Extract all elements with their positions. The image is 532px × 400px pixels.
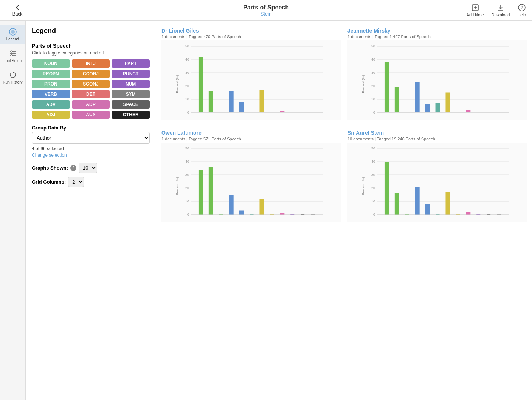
help-button[interactable]: ? Help xyxy=(517,3,526,17)
run-history-label: Run History xyxy=(3,80,22,84)
chart-title-2: Jeannette Mirsky xyxy=(347,28,527,34)
svg-text:20: 20 xyxy=(185,84,189,88)
sidebar-item-tool-setup[interactable]: Tool Setup xyxy=(0,46,25,66)
svg-text:10: 10 xyxy=(185,97,189,101)
download-label: Download xyxy=(491,12,510,17)
chart-svg-3: Percent (%)01020304050 xyxy=(161,143,341,222)
grid-columns-select[interactable]: 1234 xyxy=(68,177,84,187)
chart-card-1: Dr Lionel Giles1 documents | Tagged 470 … xyxy=(160,25,342,123)
badge-num[interactable]: NUM xyxy=(112,80,150,88)
svg-text:50: 50 xyxy=(185,146,189,150)
svg-rect-83 xyxy=(229,195,234,215)
chart-title-4: Sir Aurel Stein xyxy=(347,130,527,136)
grid-columns-label: Grid Columns: xyxy=(32,179,66,185)
graphs-shown-select[interactable]: 5102050 xyxy=(79,163,97,173)
group-data-select[interactable]: AuthorDocumentYear xyxy=(32,132,150,144)
svg-text:Percent (%): Percent (%) xyxy=(361,177,365,195)
svg-rect-32 xyxy=(239,102,244,112)
svg-text:0: 0 xyxy=(373,111,375,114)
svg-text:40: 40 xyxy=(371,58,375,61)
badge-sym[interactable]: SYM xyxy=(112,90,150,98)
badge-grid: NOUNINTJPARTPROPNCCONJPUNCTPRONSCONJNUMV… xyxy=(32,59,150,119)
badge-intj[interactable]: INTJ xyxy=(72,59,110,68)
header-title: Parts of Speech Stein xyxy=(243,4,289,17)
svg-rect-29 xyxy=(209,91,213,112)
legend-icon xyxy=(9,28,17,36)
svg-text:10: 10 xyxy=(371,199,375,203)
svg-rect-31 xyxy=(229,91,234,112)
add-note-label: Add Note xyxy=(467,12,484,17)
svg-rect-106 xyxy=(385,162,389,215)
badge-space[interactable]: SPACE xyxy=(112,100,150,109)
svg-text:40: 40 xyxy=(185,58,189,61)
group-data-section: Group Data By AuthorDocumentYear 4 of 96… xyxy=(32,125,150,158)
chart-wrapper-4: Percent (%)01020304050 xyxy=(347,143,527,222)
svg-text:Percent (%): Percent (%) xyxy=(175,75,179,93)
badge-adj[interactable]: ADJ xyxy=(32,111,70,119)
graphs-shown-help-icon[interactable]: ? xyxy=(70,165,76,171)
svg-point-14 xyxy=(11,54,12,56)
svg-text:Percent (%): Percent (%) xyxy=(175,177,179,195)
badge-verb[interactable]: VERB xyxy=(32,90,70,98)
svg-text:20: 20 xyxy=(371,186,375,190)
svg-point-12 xyxy=(11,51,12,52)
chart-subtitle-1: 1 documents | Tagged 470 Parts of Speech xyxy=(161,34,341,39)
svg-rect-84 xyxy=(239,211,244,215)
svg-text:30: 30 xyxy=(185,71,189,75)
download-button[interactable]: Download xyxy=(491,3,510,17)
svg-rect-110 xyxy=(425,204,430,215)
svg-point-13 xyxy=(13,53,15,54)
sidebar-item-run-history[interactable]: Run History xyxy=(0,68,25,87)
tool-setup-icon xyxy=(9,49,17,58)
change-selection-link[interactable]: Change selection xyxy=(32,153,67,158)
badge-adv[interactable]: ADV xyxy=(32,100,70,109)
chart-subtitle-3: 1 documents | Tagged 571 Parts of Speech xyxy=(161,137,341,141)
svg-text:20: 20 xyxy=(185,186,189,190)
chart-title-3: Owen Lattimore xyxy=(161,130,341,136)
badge-det[interactable]: DET xyxy=(72,90,110,98)
svg-rect-28 xyxy=(199,57,203,112)
svg-text:30: 30 xyxy=(371,71,375,75)
chart-wrapper-3: Percent (%)01020304050 xyxy=(161,143,341,222)
svg-rect-107 xyxy=(395,193,399,215)
badge-punct[interactable]: PUNCT xyxy=(112,70,150,78)
svg-text:50: 50 xyxy=(371,44,375,48)
badge-cconj[interactable]: CCONJ xyxy=(72,70,110,78)
badge-sconj[interactable]: SCONJ xyxy=(72,80,110,88)
badge-part[interactable]: PART xyxy=(112,59,150,68)
header-actions: Add Note Download ? Help xyxy=(467,3,526,17)
add-note-icon xyxy=(471,3,479,12)
svg-text:10: 10 xyxy=(185,199,189,203)
svg-text:?: ? xyxy=(520,5,523,11)
sub-title: Stein xyxy=(243,11,289,17)
badge-other[interactable]: OTHER xyxy=(112,111,150,119)
badge-aux[interactable]: AUX xyxy=(72,111,110,119)
parts-of-speech-title: Parts of Speech xyxy=(32,43,150,49)
chart-card-2: Jeannette Mirsky1 documents | Tagged 1,4… xyxy=(346,25,528,123)
svg-rect-60 xyxy=(445,93,450,113)
parts-of-speech-subtitle: Click to toggle categories on and off xyxy=(32,50,150,56)
svg-text:40: 40 xyxy=(185,160,189,163)
badge-pron[interactable]: PRON xyxy=(32,80,70,88)
svg-text:50: 50 xyxy=(371,146,375,150)
sidebar-item-legend[interactable]: Legend xyxy=(0,25,25,44)
svg-text:30: 30 xyxy=(185,173,189,177)
add-note-button[interactable]: Add Note xyxy=(467,3,484,17)
badge-noun[interactable]: NOUN xyxy=(32,59,70,68)
run-history-icon xyxy=(9,71,17,79)
back-label: Back xyxy=(12,11,23,17)
back-button[interactable]: Back xyxy=(6,4,29,17)
help-label: Help xyxy=(517,12,526,17)
svg-rect-59 xyxy=(436,103,440,113)
svg-text:0: 0 xyxy=(187,111,189,114)
chart-title-1: Dr Lionel Giles xyxy=(161,28,341,34)
svg-rect-80 xyxy=(199,170,203,215)
svg-rect-55 xyxy=(395,87,399,113)
svg-point-8 xyxy=(11,30,15,34)
badge-propn[interactable]: PROPN xyxy=(32,70,70,78)
badge-adp[interactable]: ADP xyxy=(72,100,110,109)
svg-rect-62 xyxy=(466,110,470,112)
svg-rect-88 xyxy=(280,213,284,215)
svg-text:40: 40 xyxy=(371,160,375,163)
svg-text:30: 30 xyxy=(371,173,375,177)
